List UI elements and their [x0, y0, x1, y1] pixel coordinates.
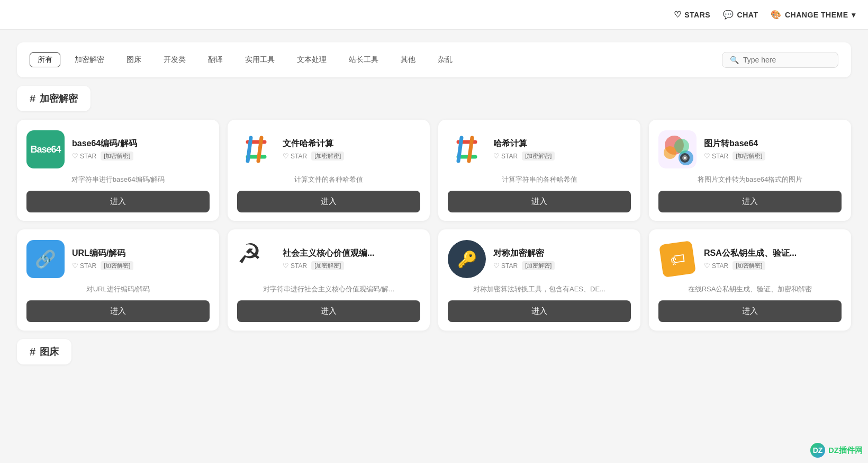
enter-btn-filehash[interactable]: 进入 [237, 191, 420, 212]
heart-icon: ♡ [674, 10, 682, 20]
url-icon: 🔗 [26, 240, 65, 278]
footer-logo: DZ [810, 443, 825, 458]
card-desc-socialism: 对字符串进行社会主义核心价值观编码/解... [237, 283, 420, 295]
svg-point-12 [664, 146, 676, 159]
chevron-down-icon: ▾ [852, 11, 856, 19]
card-meta-base64: ♡ STAR [加密解密] [72, 152, 210, 161]
card-info-url: URL编码/解码 ♡ STAR [加密解密] [72, 248, 210, 270]
card-stringhash: 哈希计算 ♡ STAR [加密解密] 计算字符串的各种哈希值 进入 [438, 120, 640, 221]
section-crypto-header: # 加密解密 [17, 86, 851, 111]
filter-tabs: 所有 加密解密 图床 开发类 翻译 实用工具 文本处理 站长工具 其他 杂乱 [30, 52, 460, 67]
filter-tab-misc[interactable]: 杂乱 [430, 52, 460, 67]
card-top-imgbase64: 图片转base64 ♡ STAR [加密解密] [658, 130, 842, 168]
card-rsa: 🏷 RSA公私钥生成、验证... ♡ STAR [加密解密] 在线RSA公私钥生… [649, 229, 851, 331]
hash-svg-stringhash [448, 130, 486, 168]
svg-point-11 [674, 139, 689, 154]
tag-filehash: [加密解密] [311, 152, 344, 161]
enter-btn-stringhash[interactable]: 进入 [448, 191, 631, 212]
heart-icon-url: ♡ [72, 262, 78, 270]
filter-tab-all[interactable]: 所有 [30, 52, 60, 67]
link-icon: 🔗 [35, 249, 56, 269]
filter-tab-other[interactable]: 其他 [393, 52, 423, 67]
filter-tab-dev[interactable]: 开发类 [156, 52, 194, 67]
heart-icon-base64: ♡ [72, 152, 78, 160]
star-symcrypto[interactable]: ♡ STAR [493, 262, 518, 270]
card-desc-imgbase64: 将图片文件转为base64格式的图片 [658, 174, 842, 185]
chat-label: CHAT [737, 11, 758, 19]
star-base64[interactable]: ♡ STAR [72, 152, 96, 160]
chat-icon: 💬 [723, 10, 734, 20]
star-rsa[interactable]: ♡ STAR [704, 262, 728, 270]
tag-stringhash: [加密解密] [522, 152, 555, 161]
card-desc-filehash: 计算文件的各种哈希值 [237, 174, 420, 185]
card-title-stringhash: 哈希计算 [493, 138, 631, 149]
card-top-base64: Base64 base64编码/解码 ♡ STAR [加密解密] [26, 130, 210, 168]
card-title-base64: base64编码/解码 [72, 138, 210, 149]
tag-socialism: [加密解密] [311, 261, 344, 270]
theme-icon: 🎨 [771, 10, 782, 20]
search-box: 🔍 [722, 52, 838, 68]
card-meta-rsa: ♡ STAR [加密解密] [704, 261, 842, 270]
star-stringhash[interactable]: ♡ STAR [493, 152, 518, 160]
star-imgbase64[interactable]: ♡ STAR [704, 152, 728, 160]
enter-btn-symcrypto[interactable]: 进入 [448, 300, 631, 322]
hash-icon-imgbed: # [30, 346, 35, 358]
imgbase64-svg [658, 130, 697, 168]
enter-btn-imgbase64[interactable]: 进入 [658, 191, 842, 212]
heart-icon-stringhash: ♡ [493, 152, 500, 160]
card-top-rsa: 🏷 RSA公私钥生成、验证... ♡ STAR [加密解密] [658, 240, 842, 278]
card-info-base64: base64编码/解码 ♡ STAR [加密解密] [72, 138, 210, 161]
star-url[interactable]: ♡ STAR [72, 262, 96, 270]
theme-nav[interactable]: 🎨 CHANGE THEME ▾ [771, 10, 855, 20]
heart-icon-filehash: ♡ [283, 152, 289, 160]
card-imgbase64: 图片转base64 ♡ STAR [加密解密] 将图片文件转为base64格式的… [649, 120, 851, 221]
chat-nav[interactable]: 💬 CHAT [723, 10, 758, 20]
base64-icon: Base64 [26, 130, 65, 168]
card-top-symcrypto: 🔑 对称加密解密 ♡ STAR [加密解密] [448, 240, 631, 278]
filter-tab-text[interactable]: 文本处理 [289, 52, 334, 67]
card-info-rsa: RSA公私钥生成、验证... ♡ STAR [加密解密] [704, 248, 842, 270]
enter-btn-url[interactable]: 进入 [26, 300, 210, 322]
cards-row2: 🔗 URL编码/解码 ♡ STAR [加密解密] 对URL进行编码/解码 进入 … [17, 229, 851, 331]
card-meta-imgbase64: ♡ STAR [加密解密] [704, 152, 842, 161]
rsa-icon: 🏷 [659, 241, 696, 278]
section-crypto-title: 加密解密 [40, 92, 78, 105]
filter-tab-translate[interactable]: 翻译 [200, 52, 231, 67]
svg-point-15 [684, 157, 686, 159]
section-crypto-label: # 加密解密 [17, 86, 91, 111]
filter-tab-crypto[interactable]: 加密解密 [67, 52, 112, 67]
section-imgbed: # 图床 [17, 339, 851, 364]
heart-icon-rsa: ♡ [704, 262, 710, 270]
card-desc-base64: 对字符串进行base64编码/解码 [26, 174, 210, 185]
enter-btn-socialism[interactable]: 进入 [237, 300, 420, 322]
card-symcrypto: 🔑 对称加密解密 ♡ STAR [加密解密] 对称加密算法转换工具，包含有AES… [438, 229, 640, 331]
card-url: 🔗 URL编码/解码 ♡ STAR [加密解密] 对URL进行编码/解码 进入 [17, 229, 219, 331]
star-socialism[interactable]: ♡ STAR [283, 262, 307, 270]
footer-text: DZ插件网 [828, 446, 863, 456]
card-title-imgbase64: 图片转base64 [704, 138, 842, 149]
filter-tab-webmaster[interactable]: 站长工具 [341, 52, 386, 67]
filter-tab-tools[interactable]: 实用工具 [237, 52, 283, 67]
heart-icon-symcrypto: ♡ [493, 262, 500, 270]
stars-nav[interactable]: ♡ STARS [674, 10, 710, 20]
stars-label: STARS [684, 11, 710, 19]
card-desc-stringhash: 计算字符串的各种哈希值 [448, 174, 631, 185]
enter-btn-rsa[interactable]: 进入 [658, 300, 842, 322]
card-top-url: 🔗 URL编码/解码 ♡ STAR [加密解密] [26, 240, 210, 278]
card-info-stringhash: 哈希计算 ♡ STAR [加密解密] [493, 138, 631, 161]
card-meta-stringhash: ♡ STAR [加密解密] [493, 152, 631, 161]
filter-tab-imgbed[interactable]: 图床 [119, 52, 149, 67]
search-icon: 🔍 [730, 56, 739, 64]
rsa-icon-wrap: 🏷 [658, 240, 697, 278]
section-imgbed-label: # 图床 [17, 339, 71, 364]
star-filehash[interactable]: ♡ STAR [283, 152, 307, 160]
card-meta-url: ♡ STAR [加密解密] [72, 261, 210, 270]
card-meta-socialism: ♡ STAR [加密解密] [283, 261, 420, 270]
section-imgbed-title: 图床 [40, 345, 59, 358]
card-meta-symcrypto: ♡ STAR [加密解密] [493, 261, 631, 270]
enter-btn-base64[interactable]: 进入 [26, 191, 210, 212]
header: ♡ STARS 💬 CHAT 🎨 CHANGE THEME ▾ [0, 0, 868, 30]
search-input[interactable] [743, 56, 828, 64]
filehash-icon [237, 130, 275, 168]
card-base64: Base64 base64编码/解码 ♡ STAR [加密解密] 对字符串进行b… [17, 120, 219, 221]
